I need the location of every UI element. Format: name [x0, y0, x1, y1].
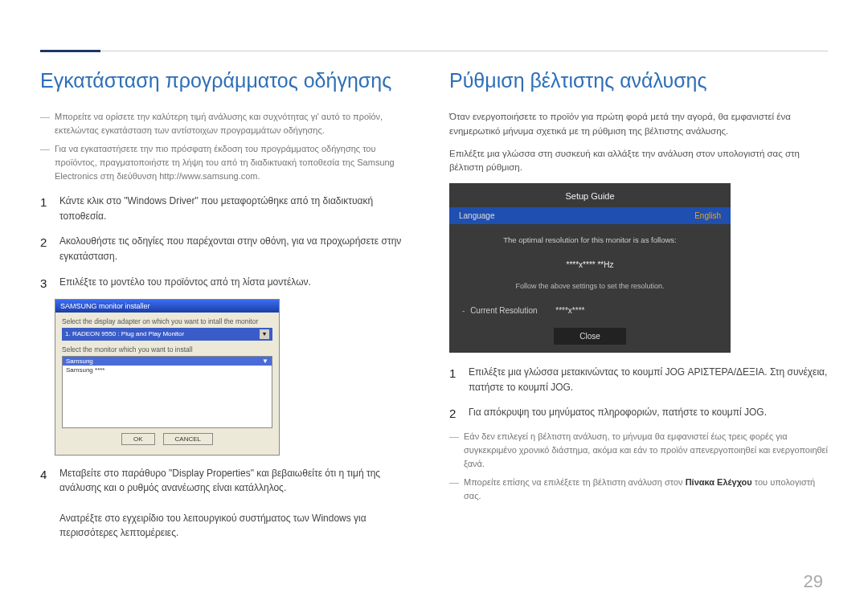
- step-number: 2: [449, 404, 469, 423]
- step-text: Κάντε κλικ στο "Windows Driver" που μετα…: [59, 193, 419, 223]
- note-text: Μπορείτε επίσης να επιλέξετε τη βέλτιστη…: [464, 476, 828, 503]
- right-p2: Επιλέξτε μια γλώσσα στη συσκευή και αλλά…: [449, 147, 828, 176]
- sort-icon: ▼: [262, 358, 268, 365]
- osd-title: Setup Guide: [449, 183, 731, 207]
- note-text: Εάν δεν επιλεγεί η βέλτιστη ανάλυση, το …: [464, 430, 828, 471]
- step-text: Ανατρέξτε στο εγχειρίδιο του λειτουργικο…: [59, 513, 366, 539]
- osd-info: The optimal resolution for this monitor …: [449, 224, 731, 247]
- note-text: Για να εγκαταστήσετε την πιο πρόσφατη έκ…: [55, 142, 419, 183]
- installer-line1: Select the display adapter on which you …: [62, 317, 272, 325]
- installer-titlebar: SAMSUNG monitor installer: [55, 300, 279, 313]
- page-number: 29: [804, 571, 823, 592]
- note-text: Μπορείτε να ορίσετε την καλύτερη τιμή αν…: [55, 110, 419, 137]
- right-p1: Όταν ενεργοποιήσετε το προϊόν για πρώτη …: [449, 110, 828, 139]
- step-number: 4: [40, 465, 59, 541]
- step-number: 1: [40, 193, 59, 223]
- right-step-1: 1 Επιλέξτε μια γλώσσα μετακινώντας το κο…: [449, 364, 828, 394]
- dash-icon: ―: [40, 110, 55, 137]
- language-row[interactable]: Language English: [449, 207, 731, 224]
- language-value: English: [694, 211, 721, 220]
- header-accent: [40, 50, 100, 52]
- chevron-down-icon: ▾: [260, 329, 269, 339]
- installer-dialog: SAMSUNG monitor installer Select the dis…: [55, 299, 280, 456]
- list-item[interactable]: Samsung ****: [63, 366, 272, 374]
- osd-follow: Follow the above settings to set the res…: [449, 277, 731, 300]
- installer-line2: Select the monitor which you want to ins…: [62, 345, 272, 353]
- left-heading: Εγκατάσταση προγράμματος οδήγησης: [40, 69, 419, 92]
- step-text: Μεταβείτε στο παράθυρο "Display Properti…: [59, 468, 380, 494]
- osd-resolution: ****x**** **Hz: [449, 247, 731, 277]
- step-number: 3: [40, 274, 59, 292]
- step-number: 2: [40, 233, 59, 264]
- current-resolution-row: - Current Resolution ****x****: [449, 300, 731, 325]
- current-resolution-value: ****x****: [555, 306, 584, 315]
- close-button[interactable]: Close: [554, 328, 626, 345]
- header-divider: [40, 51, 828, 51]
- dash-icon: -: [462, 306, 465, 315]
- language-label: Language: [459, 211, 495, 220]
- left-step-1: 1 Κάντε κλικ στο "Windows Driver" που με…: [40, 193, 419, 223]
- right-heading: Ρύθμιση βέλτιστης ανάλυσης: [449, 69, 828, 92]
- step-text: Ακολουθήστε τις οδηγίες που παρέχονται σ…: [59, 233, 419, 264]
- step-text: Για απόκρυψη του μηνύματος πληροφοριών, …: [469, 404, 767, 423]
- left-step-3: 3 Επιλέξτε το μοντέλο του προϊόντος από …: [40, 274, 419, 292]
- right-step-2: 2 Για απόκρυψη του μηνύματος πληροφοριών…: [449, 404, 828, 423]
- right-note-1: ― Εάν δεν επιλεγεί η βέλτιστη ανάλυση, τ…: [449, 430, 828, 471]
- left-note-1: ― Μπορείτε να ορίσετε την καλύτερη τιμή …: [40, 110, 419, 137]
- list-header: Samsung: [66, 358, 93, 365]
- right-note-2: ― Μπορείτε επίσης να επιλέξετε τη βέλτισ…: [449, 476, 828, 503]
- cancel-button[interactable]: CANCEL: [163, 433, 213, 445]
- left-column: Εγκατάσταση προγράμματος οδήγησης ― Μπορ…: [40, 69, 419, 547]
- right-column: Ρύθμιση βέλτιστης ανάλυσης Όταν ενεργοπο…: [449, 69, 828, 547]
- adapter-dropdown[interactable]: 1. RADEON 9550 : Plug and Play Monitor ▾: [62, 328, 272, 341]
- left-note-2: ― Για να εγκαταστήσετε την πιο πρόσφατη …: [40, 142, 419, 183]
- step-text: Επιλέξτε μια γλώσσα μετακινώντας το κουμ…: [469, 364, 828, 394]
- ok-button[interactable]: OK: [121, 433, 155, 445]
- dash-icon: ―: [449, 430, 464, 471]
- left-step-2: 2 Ακολουθήστε τις οδηγίες που παρέχονται…: [40, 233, 419, 264]
- step-text: Επιλέξτε το μοντέλο του προϊόντος από τη…: [59, 274, 311, 292]
- monitor-listbox[interactable]: Samsung ▼ Samsung ****: [62, 356, 272, 428]
- setup-guide-osd: Setup Guide Language English The optimal…: [449, 183, 731, 353]
- current-resolution-label: Current Resolution: [470, 306, 537, 315]
- step-number: 1: [449, 364, 469, 394]
- left-step-4: 4 Μεταβείτε στο παράθυρο "Display Proper…: [40, 465, 419, 541]
- dash-icon: ―: [449, 476, 464, 503]
- dash-icon: ―: [40, 142, 55, 183]
- adapter-value: 1. RADEON 9550 : Plug and Play Monitor: [65, 330, 184, 337]
